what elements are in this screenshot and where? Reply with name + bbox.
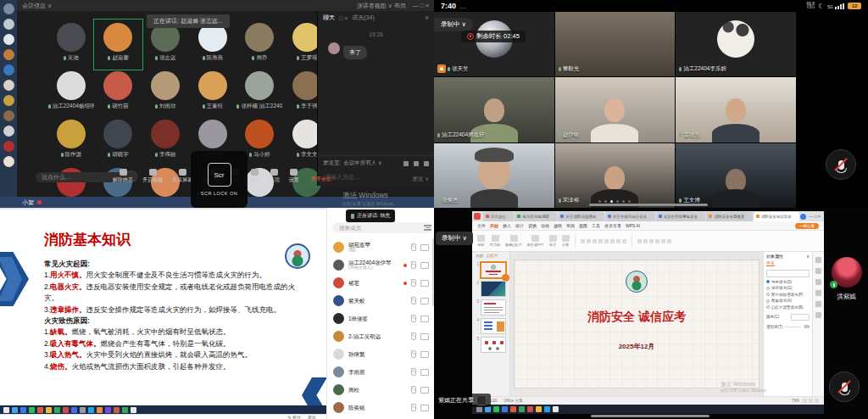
camera-off-icon[interactable] [420,369,429,376]
tab-members[interactable]: 成员(34) [352,14,374,22]
chevron-down-icon[interactable]: ∨ [425,14,429,21]
theme-indicator[interactable]: Office 主题 [504,399,523,403]
document-tab[interactable]: 电动车充电调研 [515,212,557,221]
taskbar-app-icon[interactable] [544,406,550,412]
camera-off-icon[interactable] [420,351,429,358]
windows-taskbar[interactable] [472,405,824,414]
mute-button[interactable] [829,372,860,402]
taskbar-app-icon[interactable] [97,407,103,413]
taskbar-app-icon[interactable] [536,406,542,412]
camera-off-icon[interactable] [420,333,429,340]
participant-cell[interactable]: 张梓楠 油工22405 [236,69,284,117]
taskbar-app-icon[interactable] [12,407,18,413]
mute-button[interactable] [826,149,856,180]
member-row[interactable]: 1班便签 [327,310,432,327]
camera-off-icon[interactable] [420,298,429,304]
participant-cell[interactable]: 吴迪 [47,20,95,69]
ribbon-button[interactable]: 新建幻灯片 [505,235,522,247]
video-tile[interactable]: 油工22404李乐妍 [676,12,796,76]
exit-button[interactable]: 退出 [308,415,316,419]
taskbar-app-icon[interactable] [114,407,120,413]
member-row[interactable]: 陈奕铭 [327,399,432,416]
fill-tab[interactable]: 填充 [766,260,775,266]
taskbar-app-icon[interactable] [519,406,525,412]
right-tool-strip[interactable] [812,252,824,396]
menu-item[interactable]: 插入 [503,223,511,228]
fill-option-radio[interactable]: 幻灯片背景填充(B) [766,305,810,310]
tab-slides[interactable]: 幻灯片 [487,254,498,258]
mic-off-icon[interactable] [411,332,416,340]
toolbar-button[interactable]: 应用 [267,167,282,186]
mic-off-icon[interactable] [411,297,416,304]
camera-off-icon[interactable] [420,316,429,322]
menu-item[interactable]: 视图 [579,223,587,228]
participant-cell[interactable]: 李伟丽 [142,117,189,165]
member-row[interactable]: 胡苑嘉苹 (我) [327,238,432,256]
video-tile[interactable]: 赵伊铭 [555,77,676,142]
ribbon-button[interactable]: 格式刷 [490,235,500,247]
fill-option-radio[interactable]: 渐变填充(G) [766,286,810,290]
filter-icon[interactable] [424,224,431,232]
account-avatar[interactable] [800,214,806,220]
contact-avatar[interactable] [3,49,14,60]
mic-off-icon[interactable] [411,315,416,322]
document-tab[interactable]: 日常办公 [483,212,514,221]
member-row[interactable]: 褚茗 [327,274,432,292]
slide-thumbnail[interactable]: 1 [474,262,508,278]
contact-avatar[interactable] [3,141,14,152]
ribbon-button[interactable]: 版式 [549,235,557,247]
taskbar-app-icon[interactable] [37,407,43,413]
document-tab[interactable]: 关于节假日出行安排 [605,212,655,221]
fill-option-radio[interactable]: 图片或纹理填充(P) [766,293,810,297]
taskbar-app-icon[interactable] [476,406,482,412]
toolbar-button[interactable]: 解除静音 [110,167,136,186]
menu-item[interactable]: 动画 [541,223,549,228]
contact-avatar[interactable] [3,110,14,121]
taskbar-app-icon[interactable] [29,407,35,413]
mic-off-icon[interactable] [411,404,416,411]
taskbar-app-icon[interactable] [485,406,491,412]
slide-thumbnail[interactable]: 2 [474,281,508,297]
menu-item[interactable]: WPS AI [626,223,640,228]
home-indicator[interactable] [589,204,708,206]
leave-meeting-button[interactable]: 离开会议 [311,176,331,186]
participant-cell[interactable]: 刘雨欣 [142,69,189,117]
color-picker[interactable] [791,314,810,321]
taskbar-app-icon[interactable] [502,406,508,412]
windows-taskbar[interactable] [0,405,326,414]
history-icon[interactable] [403,161,409,166]
contact-avatar[interactable] [3,34,14,45]
menu-item[interactable]: 会员专享 [604,223,621,228]
wps-logo-icon[interactable] [474,213,481,220]
font-controls[interactable] [581,239,626,243]
current-slide[interactable]: 消防安全 诚信应考 2025年12月 [514,260,760,388]
mic-off-icon[interactable] [411,279,416,287]
chevron-down-icon[interactable]: ∨ [806,254,810,259]
video-tile[interactable]: 王文博 [676,143,796,208]
tab-chat[interactable]: 聊天 [323,14,335,22]
taskbar-app-icon[interactable] [80,407,86,413]
folder-icon[interactable] [414,161,419,166]
contact-avatar[interactable] [3,3,14,14]
mic-off-icon[interactable] [411,261,416,269]
taskbar-app-icon[interactable] [527,406,533,412]
contact-avatar[interactable] [3,64,14,75]
taskbar-app-icon[interactable] [71,407,77,413]
document-tab[interactable]: 大学生宿舍用电安全 [656,212,706,221]
slide-thumbnail[interactable]: 5 [474,337,508,353]
taskbar-app-icon[interactable] [553,406,559,412]
member-row[interactable]: 李雨晨 [327,363,432,381]
zoom-level[interactable]: 79% [792,399,799,403]
fill-option-radio[interactable]: 纯色填充(S) [766,280,810,284]
document-tab[interactable]: 消防安全专题教育 [706,212,752,221]
paragraph-controls[interactable] [637,239,671,243]
ribbon-button[interactable]: 分享 [562,235,570,247]
camera-off-icon[interactable] [420,244,429,251]
annotate-button[interactable]: ✎ 批注 [287,415,301,419]
participant-cell[interactable]: 王童钰 [189,69,236,117]
camera-off-icon[interactable] [420,405,429,411]
share-button[interactable]: 一键分享 [795,223,819,229]
toolbar-button[interactable]: 开启视频 [140,167,165,186]
menu-item[interactable]: 开始 [490,223,498,228]
contact-sidebar[interactable] [0,0,17,208]
